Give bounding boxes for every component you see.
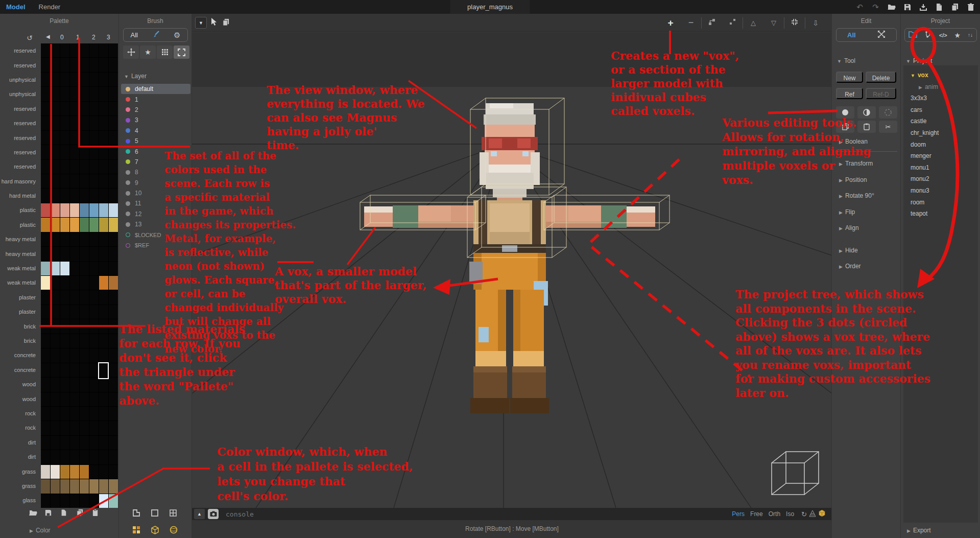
folder-icon[interactable]	[909, 31, 917, 39]
copy-icon[interactable]	[836, 121, 854, 133]
palette-cell[interactable]	[41, 203, 50, 217]
palette-cell[interactable]	[109, 319, 118, 333]
code-icon[interactable]: </>	[939, 32, 947, 38]
palette-cell[interactable]	[41, 319, 50, 333]
palette-cell[interactable]	[51, 436, 60, 450]
layer-item-$REF[interactable]: $REF	[121, 240, 190, 250]
palette-cell[interactable]	[70, 363, 79, 377]
scissors-icon[interactable]: ✂	[879, 121, 897, 133]
palette-cell[interactable]	[109, 450, 118, 464]
edit-section-transform[interactable]: ▶Transform	[839, 160, 873, 167]
layer-section-header[interactable]: ▼Layer	[124, 73, 147, 80]
project-item-monu2[interactable]: monu2	[903, 173, 978, 185]
project-item-monu3[interactable]: monu3	[903, 185, 978, 197]
project-item-teapot[interactable]: teapot	[903, 208, 978, 220]
ref-d-button[interactable]: Ref-D	[866, 88, 896, 99]
palette-cell[interactable]	[70, 494, 79, 508]
palette-cell[interactable]	[89, 232, 99, 246]
circle-dashed-icon[interactable]	[879, 106, 897, 119]
palette-cell[interactable]	[41, 407, 50, 420]
palette-cell[interactable]	[89, 479, 99, 493]
layer-item-$LOCKED[interactable]: $LOCKED	[121, 229, 190, 240]
star-icon[interactable]: ★	[140, 45, 156, 59]
collapse-left-icon[interactable]: ◀	[46, 34, 50, 39]
palette-cell[interactable]	[99, 247, 108, 261]
plus-icon[interactable]: +	[660, 17, 681, 29]
palette-column-0[interactable]: 0	[60, 34, 64, 41]
palette-cell[interactable]	[80, 363, 89, 377]
palette-cell[interactable]	[51, 348, 60, 362]
palette-cell[interactable]	[80, 58, 89, 72]
palette-cell[interactable]	[70, 421, 79, 435]
palette-cell[interactable]	[109, 58, 118, 72]
palette-cell[interactable]	[60, 58, 69, 72]
palette-cell[interactable]	[109, 87, 118, 101]
palette-cell[interactable]	[89, 218, 99, 231]
palette-cell[interactable]	[51, 174, 60, 188]
palette-cell[interactable]	[41, 102, 50, 115]
layer-item-6[interactable]: 6	[121, 146, 190, 156]
palette-cell[interactable]	[80, 465, 89, 479]
palette-cell[interactable]	[89, 102, 99, 115]
import-icon[interactable]	[919, 3, 927, 11]
palette-cell[interactable]	[51, 494, 60, 508]
palette-cell[interactable]	[51, 160, 60, 174]
palette-cell[interactable]	[60, 218, 69, 231]
palette-cell[interactable]	[80, 116, 89, 130]
layer-item-10[interactable]: 10	[121, 188, 190, 198]
palette-column-2[interactable]: 2	[92, 34, 95, 41]
palette-cell[interactable]	[109, 203, 118, 217]
palette-cell[interactable]	[109, 116, 118, 130]
palette-cell[interactable]	[51, 189, 60, 202]
layer-item-9[interactable]: 9	[121, 178, 190, 188]
palette-cell[interactable]	[80, 189, 89, 202]
palette-cell[interactable]	[99, 160, 108, 174]
corner-icon[interactable]	[132, 509, 140, 519]
ref-button[interactable]: Ref	[836, 88, 863, 99]
palette-cell[interactable]	[89, 407, 99, 420]
palette-cell[interactable]	[109, 494, 118, 508]
palette-cell[interactable]	[80, 407, 89, 420]
palette-cell[interactable]	[99, 189, 108, 202]
palette-cell[interactable]	[51, 363, 60, 377]
trash-icon[interactable]	[966, 3, 975, 11]
new-button[interactable]: New	[836, 72, 863, 83]
palette-cell[interactable]	[51, 407, 60, 420]
project-item-vox[interactable]: ▼vox	[903, 69, 978, 81]
palette-cell[interactable]	[41, 348, 50, 362]
circle-half-icon[interactable]	[857, 106, 876, 119]
dropdown-icon[interactable]: ▼	[195, 17, 207, 29]
cube-icon[interactable]	[818, 509, 826, 519]
palette-cell[interactable]	[89, 378, 99, 391]
palette-column-1[interactable]: 1	[76, 34, 80, 41]
palette-cell[interactable]	[41, 131, 50, 145]
palette-cell[interactable]	[80, 102, 89, 115]
palette-cell[interactable]	[109, 189, 118, 202]
palette-cell[interactable]	[51, 421, 60, 435]
palette-cell[interactable]	[99, 43, 108, 57]
palette-cell[interactable]	[60, 189, 69, 202]
palette-cell[interactable]	[99, 232, 108, 246]
project-item-3x3x3[interactable]: 3x3x3	[903, 92, 978, 104]
palette-cell[interactable]	[109, 131, 118, 145]
palette-cell[interactable]	[99, 392, 108, 406]
view-mode-pers[interactable]: Pers	[732, 510, 745, 518]
palette-cell[interactable]	[60, 334, 69, 348]
palette-cell[interactable]	[109, 218, 118, 231]
layer-item-2[interactable]: 2	[121, 105, 190, 115]
palette-cell[interactable]	[51, 58, 60, 72]
minus-icon[interactable]: −	[681, 17, 701, 28]
viewport-canvas[interactable]	[192, 32, 832, 508]
palette-cell[interactable]	[41, 421, 50, 435]
palette-cell[interactable]	[80, 276, 89, 290]
palette-cell[interactable]	[51, 102, 60, 115]
palette-cell[interactable]	[70, 189, 79, 202]
palette-cell[interactable]	[99, 203, 108, 217]
palette-cell[interactable]	[99, 436, 108, 450]
marquee-icon[interactable]	[174, 45, 189, 59]
tab-model[interactable]: Model	[6, 3, 26, 11]
edit-section-order[interactable]: ▶Order	[839, 263, 861, 270]
palette-cell[interactable]	[80, 87, 89, 101]
console-input[interactable]	[226, 509, 732, 519]
palette-cell[interactable]	[41, 232, 50, 246]
